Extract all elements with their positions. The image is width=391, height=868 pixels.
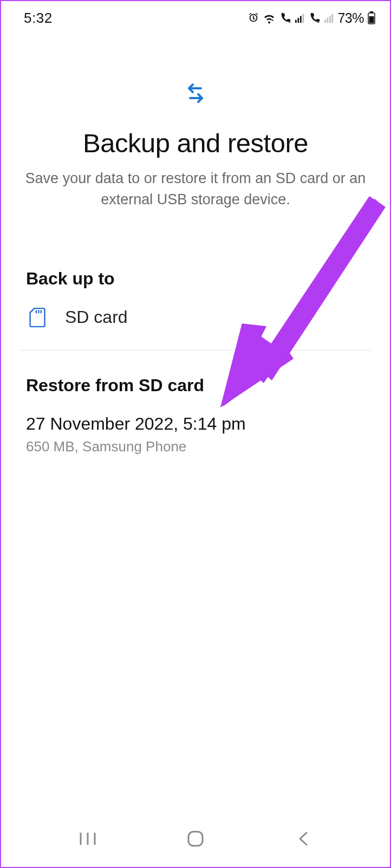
restore-section-title: Restore from SD card bbox=[26, 375, 365, 396]
nav-back-button[interactable] bbox=[287, 822, 320, 855]
alarm-icon bbox=[247, 12, 259, 24]
wifi-icon bbox=[263, 12, 276, 24]
restore-item-title: 27 November 2022, 5:14 pm bbox=[26, 414, 365, 434]
svg-rect-8 bbox=[329, 16, 331, 23]
svg-rect-2 bbox=[298, 18, 299, 23]
nav-recent-button[interactable] bbox=[71, 822, 104, 855]
svg-rect-6 bbox=[324, 20, 326, 23]
svg-rect-14 bbox=[38, 310, 39, 313]
svg-rect-15 bbox=[41, 310, 42, 313]
nav-bar bbox=[1, 817, 390, 867]
svg-rect-22 bbox=[188, 832, 203, 846]
signal2-icon bbox=[324, 13, 334, 23]
svg-rect-13 bbox=[36, 310, 37, 313]
svg-rect-12 bbox=[369, 16, 374, 23]
sd-card-icon bbox=[28, 308, 47, 327]
restore-item-subtitle: 650 MB, Samsung Phone bbox=[26, 438, 365, 455]
svg-rect-7 bbox=[327, 18, 329, 23]
page-subtitle: Save your data to or restore it from an … bbox=[23, 168, 368, 210]
svg-rect-3 bbox=[300, 16, 302, 23]
status-icons: 1 2 73% bbox=[247, 10, 376, 26]
page-title: Backup and restore bbox=[23, 128, 368, 158]
status-bar: 5:32 1 2 73% bbox=[1, 1, 390, 31]
svg-rect-9 bbox=[332, 14, 334, 23]
backup-section-title: Back up to bbox=[26, 269, 365, 289]
page-header: Backup and restore Save your data to or … bbox=[1, 31, 390, 243]
svg-rect-1 bbox=[295, 20, 297, 23]
call-sim1-icon: 1 bbox=[279, 12, 292, 24]
nav-home-button[interactable] bbox=[179, 822, 212, 855]
battery-icon bbox=[367, 11, 376, 24]
call-sim2-icon: 2 bbox=[308, 12, 321, 24]
restore-backup-item[interactable]: 27 November 2022, 5:14 pm 650 MB, Samsun… bbox=[26, 414, 365, 455]
status-time: 5:32 bbox=[24, 10, 53, 27]
backup-target-label: SD card bbox=[65, 307, 128, 327]
signal1-icon bbox=[295, 13, 305, 23]
svg-rect-4 bbox=[303, 14, 304, 23]
restore-section: Restore from SD card 27 November 2022, 5… bbox=[1, 375, 390, 455]
divider bbox=[19, 350, 372, 351]
transfer-arrows-icon bbox=[183, 80, 208, 108]
backup-section: Back up to SD card bbox=[1, 269, 390, 350]
battery-percent: 73% bbox=[337, 10, 364, 26]
svg-text:1: 1 bbox=[289, 19, 291, 24]
backup-target-row[interactable]: SD card bbox=[26, 304, 365, 350]
svg-text:2: 2 bbox=[317, 19, 320, 24]
